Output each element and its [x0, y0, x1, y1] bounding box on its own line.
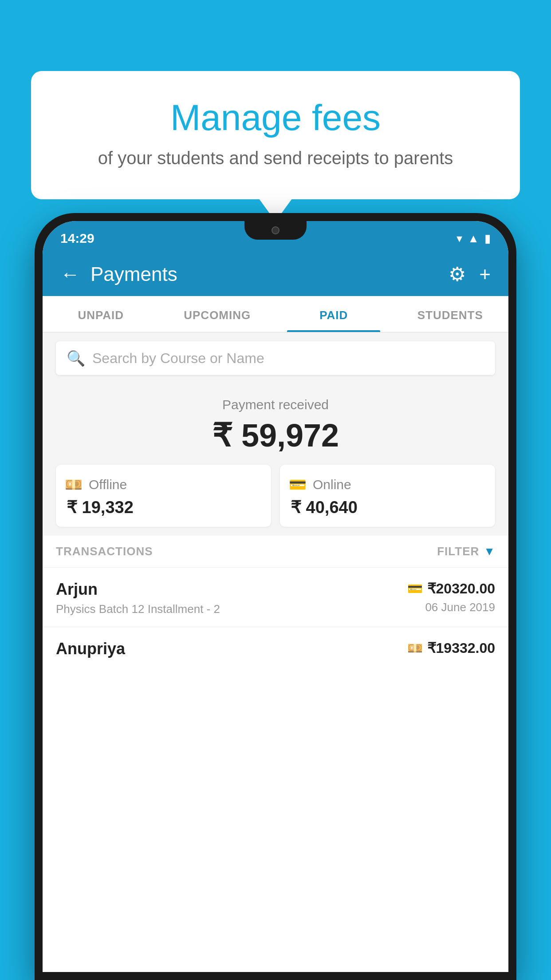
payment-amount: ₹ 59,972 — [56, 417, 495, 454]
back-button[interactable]: ← — [60, 263, 80, 285]
header-title: Payments — [91, 263, 177, 285]
header-right: ⚙ + — [449, 263, 491, 285]
transaction-name: Arjun — [56, 580, 407, 599]
transaction-row[interactable]: Arjun Physics Batch 12 Installment - 2 💳… — [43, 567, 508, 627]
camera-dot — [272, 226, 279, 234]
transaction-right: 💴 ₹19332.00 — [407, 640, 495, 656]
signal-icon: ▲ — [468, 232, 479, 245]
speech-bubble: Manage fees of your students and send re… — [31, 71, 520, 199]
online-card: 💳 Online ₹ 40,640 — [280, 465, 495, 527]
status-icons: ▾ ▲ ▮ — [457, 232, 491, 245]
offline-type: Offline — [89, 477, 127, 492]
online-amount: ₹ 40,640 — [291, 498, 358, 517]
transaction-row[interactable]: Anupriya 💴 ₹19332.00 — [43, 627, 508, 672]
transaction-cash-icon: 💴 — [407, 641, 423, 656]
tab-upcoming[interactable]: UPCOMING — [159, 296, 276, 332]
tab-unpaid[interactable]: UNPAID — [43, 296, 159, 332]
transaction-left: Arjun Physics Batch 12 Installment - 2 — [56, 580, 407, 616]
phone-notch — [244, 221, 307, 240]
speech-bubble-container: Manage fees of your students and send re… — [31, 71, 520, 199]
transaction-description: Physics Batch 12 Installment - 2 — [56, 602, 407, 616]
app-header: ← Payments ⚙ + — [43, 252, 508, 296]
bubble-title: Manage fees — [67, 98, 484, 138]
online-type: Online — [313, 477, 351, 492]
filter-row[interactable]: FILTER ▼ — [437, 545, 495, 558]
header-left: ← Payments — [60, 263, 177, 285]
transaction-amount-row: 💳 ₹20320.00 — [407, 580, 495, 597]
offline-icon: 💴 — [65, 476, 83, 493]
online-icon: 💳 — [289, 476, 307, 493]
transaction-amount-row: 💴 ₹19332.00 — [407, 640, 495, 656]
tab-paid[interactable]: PAID — [276, 296, 392, 332]
filter-icon: ▼ — [484, 545, 495, 558]
online-card-header: 💳 Online — [289, 476, 351, 493]
phone-inner: 14:29 ▾ ▲ ▮ ← Payments ⚙ + UNPAID — [43, 221, 508, 972]
status-time: 14:29 — [60, 231, 94, 246]
transaction-name: Anupriya — [56, 640, 407, 658]
transaction-date: 06 June 2019 — [425, 601, 495, 614]
plus-icon[interactable]: + — [479, 263, 491, 285]
gear-icon[interactable]: ⚙ — [449, 263, 466, 285]
payment-summary: Payment received ₹ 59,972 💴 Offline ₹ 19… — [43, 384, 508, 536]
search-box[interactable]: 🔍 Search by Course or Name — [56, 341, 495, 375]
search-input[interactable]: Search by Course or Name — [92, 350, 264, 367]
search-icon: 🔍 — [67, 349, 85, 367]
offline-card: 💴 Offline ₹ 19,332 — [56, 465, 271, 527]
transactions-label: TRANSACTIONS — [56, 545, 153, 558]
transaction-left: Anupriya — [56, 640, 407, 662]
tab-students[interactable]: STUDENTS — [392, 296, 509, 332]
transaction-amount: ₹20320.00 — [427, 580, 495, 597]
transaction-card-icon: 💳 — [407, 581, 423, 596]
bubble-subtitle: of your students and send receipts to pa… — [67, 148, 484, 168]
transaction-right: 💳 ₹20320.00 06 June 2019 — [407, 580, 495, 614]
search-container: 🔍 Search by Course or Name — [43, 332, 508, 384]
payment-label: Payment received — [56, 397, 495, 412]
transactions-header: TRANSACTIONS FILTER ▼ — [43, 536, 508, 567]
filter-label: FILTER — [437, 545, 479, 558]
payment-cards: 💴 Offline ₹ 19,332 💳 Online ₹ 40,640 — [56, 465, 495, 527]
tabs-bar: UNPAID UPCOMING PAID STUDENTS — [43, 296, 508, 332]
transaction-amount: ₹19332.00 — [427, 640, 495, 656]
offline-card-header: 💴 Offline — [65, 476, 127, 493]
wifi-icon: ▾ — [457, 232, 462, 245]
phone-frame: 14:29 ▾ ▲ ▮ ← Payments ⚙ + UNPAID — [35, 213, 516, 980]
offline-amount: ₹ 19,332 — [67, 498, 134, 517]
battery-icon: ▮ — [484, 232, 491, 245]
